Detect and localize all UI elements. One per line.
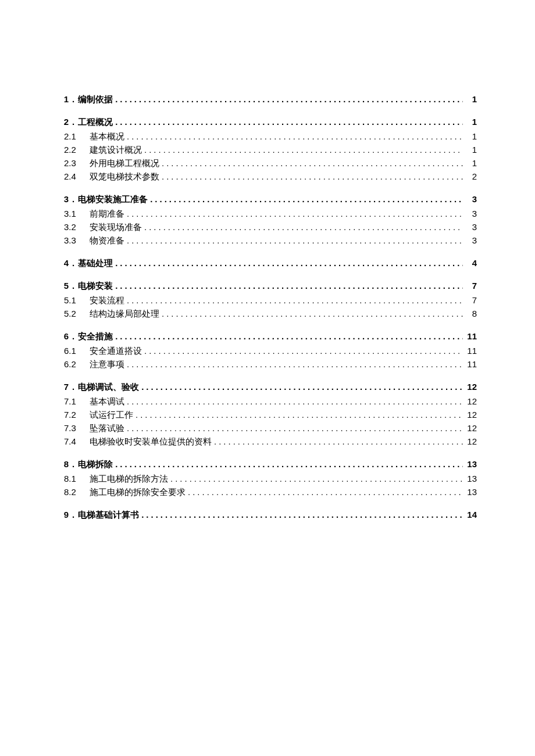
toc-subsection-number: 6.2: [64, 358, 81, 370]
toc-subsection-title: 电梯验收时安装单位提供的资料: [90, 435, 212, 447]
document-page: 1.编制依据12.工程概况12.1基本概况12.2建筑设计概况12.3外用电梯工…: [0, 0, 535, 756]
toc-subsection-row[interactable]: 2.1基本概况1: [58, 130, 477, 142]
toc-leader: [115, 330, 463, 342]
toc-subsection-row[interactable]: 6.1安全通道搭设11: [58, 345, 477, 357]
toc-section-title: 电梯安装: [78, 280, 113, 292]
toc-subsection-page: 12: [465, 409, 477, 421]
toc-number-sep: .: [72, 93, 74, 105]
toc-leader: [127, 207, 463, 220]
toc-subsection-title: 前期准备: [90, 207, 124, 220]
toc-section-page: 1: [465, 93, 477, 105]
toc-section-page: 4: [465, 257, 477, 269]
toc-subsection-row[interactable]: 2.4双笼电梯技术参数2: [58, 170, 477, 182]
toc-subsection-page: 11: [465, 345, 477, 357]
toc-leader: [115, 280, 463, 292]
toc-subsection-row[interactable]: 7.2试运行工作12: [58, 409, 477, 421]
toc-subsection-page: 1: [465, 144, 477, 156]
toc-subsection-page: 12: [465, 395, 477, 407]
toc-leader: [127, 294, 463, 306]
toc-section-row[interactable]: 4.基础处理4: [58, 257, 477, 269]
toc-section-row[interactable]: 3.电梯安装施工准备3: [58, 193, 477, 205]
toc-subsection-block: 8.1施工电梯的拆除方法138.2施工电梯的拆除安全要求13: [58, 472, 477, 498]
toc-section-row[interactable]: 5.电梯安装7: [58, 280, 477, 292]
toc-subsection-title: 结构边缘局部处理: [90, 307, 159, 320]
toc-section-number: 2: [58, 116, 69, 128]
toc-subsection-row[interactable]: 2.2建筑设计概况1: [58, 144, 477, 156]
toc-section-row[interactable]: 6.安全措施11: [58, 330, 477, 342]
toc-subsection-page: 3: [465, 221, 477, 233]
toc-subsection-row[interactable]: 5.1安装流程7: [58, 294, 477, 306]
toc-subsection-title: 基本调试: [90, 395, 124, 407]
toc-leader: [127, 395, 463, 407]
toc-subsection-number: 7.2: [64, 409, 81, 421]
toc-subsection-row[interactable]: 2.3外用电梯工程概况1: [58, 157, 477, 169]
toc-subsection-block: 3.1前期准备33.2安装现场准备33.3物资准备3: [58, 207, 477, 246]
toc-section-row[interactable]: 7.电梯调试、验收12: [58, 381, 477, 393]
toc-subsection-title: 安装流程: [90, 294, 124, 306]
toc-leader: [115, 93, 463, 105]
toc-section-number: 5: [58, 280, 69, 292]
toc-subsection-page: 1: [465, 157, 477, 169]
toc-section-number: 3: [58, 193, 69, 205]
toc-subsection-row[interactable]: 7.4电梯验收时安装单位提供的资料12: [58, 435, 477, 447]
toc-section-page: 11: [465, 330, 477, 342]
toc-subsection-number: 7.1: [64, 395, 81, 407]
toc-leader: [150, 193, 463, 205]
toc-subsection-number: 5.2: [64, 307, 81, 320]
toc-subsection-title: 基本概况: [90, 130, 124, 142]
toc-subsection-row[interactable]: 8.2施工电梯的拆除安全要求13: [58, 486, 477, 498]
toc-leader: [127, 422, 463, 434]
toc-leader: [141, 381, 463, 393]
toc-section-number: 6: [58, 330, 69, 342]
toc-subsection-number: 2.2: [64, 144, 81, 156]
toc-leader: [115, 116, 463, 128]
toc-subsection-number: 8.2: [64, 486, 81, 498]
toc-leader: [144, 345, 463, 357]
toc-section-title: 电梯安装施工准备: [78, 193, 148, 205]
toc-leader: [135, 409, 463, 421]
toc-leader: [144, 221, 463, 233]
toc-subsection-title: 安全通道搭设: [90, 345, 142, 357]
toc-section-row[interactable]: 2.工程概况1: [58, 116, 477, 128]
toc-subsection-number: 3.1: [64, 207, 81, 220]
toc-subsection-row[interactable]: 7.3坠落试验12: [58, 422, 477, 434]
toc-subsection-row[interactable]: 3.3物资准备3: [58, 234, 477, 246]
toc-leader: [115, 458, 463, 470]
toc-subsection-row[interactable]: 7.1基本调试12: [58, 395, 477, 407]
toc-section-page: 14: [465, 508, 477, 521]
toc-section-title: 电梯基础计算书: [78, 508, 139, 521]
toc-leader: [162, 157, 463, 169]
toc-number-sep: .: [72, 257, 74, 269]
toc-section-page: 7: [465, 280, 477, 292]
toc-subsection-row[interactable]: 3.1前期准备3: [58, 207, 477, 220]
toc-leader: [162, 170, 463, 182]
toc-leader: [127, 358, 463, 370]
toc-section-row[interactable]: 1.编制依据1: [58, 93, 477, 105]
toc-number-sep: .: [72, 280, 74, 292]
toc-subsection-title: 外用电梯工程概况: [90, 157, 159, 169]
toc-leader: [127, 130, 463, 142]
toc-subsection-row[interactable]: 6.2注意事项11: [58, 358, 477, 370]
toc-subsection-block: 6.1安全通道搭设116.2注意事项11: [58, 345, 477, 370]
toc-subsection-row[interactable]: 8.1施工电梯的拆除方法13: [58, 472, 477, 485]
toc-subsection-block: 2.1基本概况12.2建筑设计概况12.3外用电梯工程概况12.4双笼电梯技术参…: [58, 130, 477, 182]
toc-subsection-row[interactable]: 3.2安装现场准备3: [58, 221, 477, 233]
toc-section-row[interactable]: 9.电梯基础计算书14: [58, 508, 477, 521]
toc-section-row[interactable]: 8.电梯拆除13: [58, 458, 477, 470]
toc-leader: [141, 508, 463, 521]
toc-section-number: 1: [58, 93, 69, 105]
toc-subsection-page: 12: [465, 422, 477, 434]
toc-number-sep: .: [72, 458, 74, 470]
toc-leader: [170, 472, 463, 485]
toc-leader: [214, 435, 463, 447]
toc-subsection-row[interactable]: 5.2结构边缘局部处理8: [58, 307, 477, 320]
table-of-contents: 1.编制依据12.工程概况12.1基本概况12.2建筑设计概况12.3外用电梯工…: [58, 93, 477, 521]
toc-section-title: 电梯拆除: [78, 458, 113, 470]
toc-subsection-number: 3.2: [64, 221, 81, 233]
toc-section-title: 基础处理: [78, 257, 113, 269]
toc-leader: [127, 234, 463, 246]
toc-subsection-page: 12: [465, 435, 477, 447]
toc-number-sep: .: [72, 330, 74, 342]
toc-subsection-number: 6.1: [64, 345, 81, 357]
toc-subsection-page: 13: [465, 486, 477, 498]
